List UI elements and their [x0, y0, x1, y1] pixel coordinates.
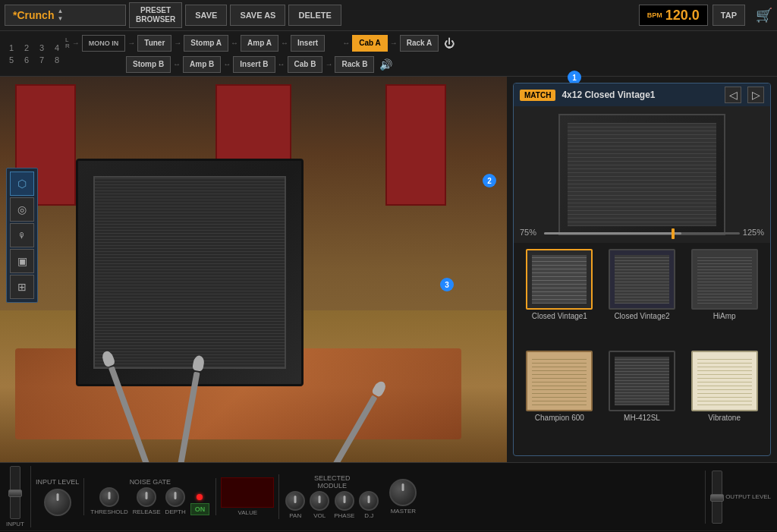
input-level-label: INPUT LEVEL [36, 478, 79, 486]
cab-thumb-hiamp [691, 249, 758, 310]
cab-item-closed-vintage1[interactable]: Closed Vintage1 [520, 249, 599, 348]
pan-label: PAN [289, 512, 301, 519]
ch6: 6 [21, 55, 32, 65]
insert-a-block[interactable]: Insert [291, 35, 325, 52]
value-section: VALUE [221, 477, 274, 516]
save-as-button[interactable]: SAVE AS [230, 5, 285, 26]
cab-grille-hiamp [697, 255, 752, 304]
output-section: OUTPUT LEVEL [705, 471, 771, 524]
ch4: 4 [52, 43, 62, 52]
cab-item-champion600[interactable]: Champion 600 [520, 351, 599, 449]
cab-thumb-vibratone [691, 351, 758, 411]
cart-icon[interactable]: 🛒 [756, 7, 772, 24]
cab-size-slider[interactable] [544, 228, 740, 238]
input-level-section: INPUT LEVEL [36, 478, 79, 516]
cab-thumb-closed-vintage2 [609, 249, 675, 310]
view-btn-mic[interactable]: ◎ [10, 197, 34, 222]
vol-knob[interactable] [310, 491, 329, 511]
cab-name: 4x12 Closed Vintage1 [562, 90, 719, 100]
cab-item-mh412sl[interactable]: MH-412SL [602, 351, 682, 449]
noise-gate-on-button[interactable]: ON [190, 503, 210, 515]
rack-a-block[interactable]: Rack A [400, 35, 439, 52]
module-knobs: PAN VOL PHASE D.J [285, 491, 379, 519]
cab-prev-button[interactable]: ◁ [725, 87, 741, 103]
view-btn-mic2[interactable]: 🎙 [10, 223, 34, 247]
release-label: RELEASE [133, 508, 161, 515]
ch3: 3 [36, 43, 47, 52]
cab-grille-vintage2 [615, 255, 669, 304]
cab-next-button[interactable]: ▷ [747, 87, 764, 103]
dj-knob[interactable] [359, 491, 379, 511]
lr-label: LR [65, 37, 70, 49]
phase-knob[interactable] [335, 491, 354, 511]
view-btn-3d[interactable]: ⬡ [10, 172, 34, 196]
preset-arrow-down[interactable]: ▼ [57, 15, 63, 23]
stomp-b-block[interactable]: Stomp B [126, 56, 171, 73]
cab-grille-vintage1 [532, 255, 587, 304]
studio-view: 2 3 ⬡ ◎ 🎙 ▣ ⊞ [0, 77, 507, 462]
cab-thumb-closed-vintage1 [526, 249, 593, 310]
power-button[interactable]: ⏻ [444, 37, 455, 49]
amp-a-block[interactable]: Amp A [241, 35, 278, 52]
threshold-section: THRESHOLD [90, 487, 127, 515]
dj-label: D.J [364, 512, 373, 519]
main-cab-preview: 75% 125% [514, 106, 770, 243]
dj-section: D.J [359, 491, 379, 519]
output-fader[interactable] [712, 471, 722, 524]
tap-button[interactable]: TAP [713, 5, 745, 26]
ch5: 5 [6, 55, 17, 65]
match-badge: MATCH [520, 90, 555, 101]
input-level-knob[interactable] [44, 489, 71, 516]
depth-knob[interactable] [165, 487, 185, 507]
value-display [221, 477, 274, 508]
view-btn-rack[interactable]: ▣ [10, 249, 34, 273]
badge-2: 2 [483, 174, 496, 187]
bottom-bar: INPUT INPUT LEVEL NOISE GATE THRESHOLD R… [0, 462, 777, 530]
speaker-button[interactable]: 🔊 [379, 58, 392, 71]
vol-section: VOL [310, 491, 329, 519]
save-button[interactable]: SAVE [185, 5, 227, 26]
cab-slider-track [544, 232, 740, 235]
input-label: INPUT [6, 521, 24, 527]
master-knob[interactable] [389, 479, 417, 506]
cab-item-closed-vintage2[interactable]: Closed Vintage2 [602, 249, 682, 348]
release-knob[interactable] [137, 487, 156, 507]
preset-arrows[interactable]: ▲ ▼ [57, 8, 63, 23]
stomp-a-block[interactable]: Stomp A [184, 35, 228, 52]
cab-label-closed-vintage1: Closed Vintage1 [532, 312, 587, 320]
input-fader[interactable] [10, 466, 20, 519]
threshold-knob[interactable] [99, 487, 119, 507]
cab-grid: Closed Vintage1 Closed Vintage2 HiAmp Ch [514, 243, 770, 455]
top-bar: *Crunch ▲ ▼ PRESET BROWSER SAVE SAVE AS … [0, 0, 777, 31]
delete-button[interactable]: DELETE [288, 5, 341, 26]
tuner-block[interactable]: Tuner [137, 35, 171, 52]
amp-b-block[interactable]: Amp B [183, 56, 221, 73]
amp-grille [93, 176, 286, 369]
view-toggle-panel: ⬡ ◎ 🎙 ▣ ⊞ [6, 168, 38, 303]
cab-item-hiamp[interactable]: HiAmp [684, 249, 764, 348]
cab-item-vibratone[interactable]: Vibratone [684, 351, 764, 449]
cab-size-label-75: 75% [520, 228, 536, 237]
ch1: 1 [6, 43, 17, 52]
preset-browser-button[interactable]: PRESET BROWSER [129, 2, 182, 28]
cab-label-hiamp: HiAmp [713, 312, 736, 320]
cab-b-block[interactable]: Cab B [288, 56, 323, 73]
master-section: MASTER [389, 479, 417, 515]
mono-in-block[interactable]: MONO IN [82, 35, 126, 52]
view-btn-eq[interactable]: ⊞ [10, 275, 34, 299]
threshold-label: THRESHOLD [90, 508, 127, 515]
channel-numbers: 1 2 3 4 5 6 7 8 [6, 43, 62, 65]
bpm-display: BPM 120.0 [639, 5, 708, 26]
preset-arrow-up[interactable]: ▲ [57, 8, 63, 15]
rack-b-block[interactable]: Rack B [335, 56, 374, 73]
insert-b-block[interactable]: Insert B [233, 56, 275, 73]
cab-a-block[interactable]: Cab A [352, 35, 388, 52]
cab-slider-thumb[interactable] [672, 228, 675, 239]
cab-grille-champion600 [532, 357, 587, 405]
pan-knob[interactable] [285, 491, 305, 511]
cab-thumb-champion600 [526, 351, 593, 411]
channel-row-2: 5 6 7 8 [6, 55, 62, 65]
vol-label: VOL [313, 512, 326, 519]
ch7: 7 [36, 55, 47, 65]
preset-name-display[interactable]: *Crunch ▲ ▼ [5, 5, 126, 26]
